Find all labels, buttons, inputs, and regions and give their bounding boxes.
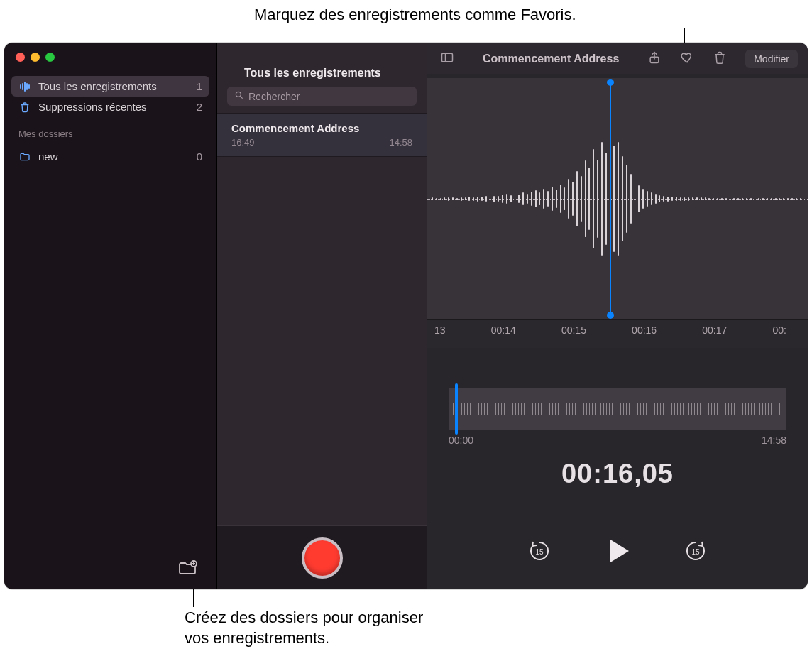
waveform-bar <box>676 197 677 201</box>
waveform-bar <box>527 194 528 204</box>
playhead[interactable] <box>610 82 611 315</box>
waveform-bar <box>498 196 499 202</box>
trash-icon <box>713 50 727 67</box>
ruler-tick: 00:14 <box>491 324 516 348</box>
waveform-bar <box>481 197 483 201</box>
overview-start-time: 00:00 <box>449 435 473 446</box>
waveform-bar <box>588 168 590 230</box>
waveform-bar <box>684 197 686 201</box>
waveform-bar <box>515 193 516 204</box>
ruler-tick: 00:15 <box>561 324 586 348</box>
waveform-view[interactable] <box>427 78 808 319</box>
waveform-bar <box>560 185 561 213</box>
search-placeholder: Rechercher <box>248 91 300 102</box>
recording-time: 16:49 <box>231 137 255 148</box>
waveform-bar <box>568 179 569 219</box>
recording-title: Commencement Address <box>231 122 412 134</box>
record-button[interactable] <box>302 537 343 579</box>
waveform-bar <box>510 195 512 202</box>
waveform-bar <box>771 198 772 200</box>
sidebar-item-label: new <box>38 151 58 163</box>
ruler-tick: 00:16 <box>632 324 657 348</box>
search-input[interactable]: Rechercher <box>227 87 417 106</box>
overview-waveform <box>453 403 782 415</box>
waveform-bar <box>713 198 714 200</box>
waveform-bar <box>461 197 462 201</box>
waveform-bar <box>767 198 768 200</box>
waveform-bar <box>597 160 598 238</box>
annotation-top: Marquez des enregistrements comme Favori… <box>254 6 576 24</box>
fullscreen-window-button[interactable] <box>45 53 55 62</box>
heart-icon <box>680 50 694 67</box>
detail-toolbar: Commencement Address Modif <box>427 43 808 74</box>
waveform-bar <box>671 197 673 201</box>
waveform-bar <box>783 198 784 200</box>
waveform-bar <box>651 192 652 205</box>
skip-back-15-button[interactable]: 15 <box>527 538 552 567</box>
waveform-bar <box>758 198 759 200</box>
waveform-bar <box>746 198 747 200</box>
sidebar-item-all-recordings[interactable]: Tous les enregistrements 1 <box>11 76 209 97</box>
waveform-bar <box>705 197 706 200</box>
play-button[interactable] <box>602 535 633 569</box>
waveform-bar <box>688 197 689 201</box>
waveform-bar <box>787 198 789 200</box>
overview-scrubber[interactable] <box>449 388 786 430</box>
waveform-bar <box>473 197 474 201</box>
waveform-bar <box>506 194 508 204</box>
sidebar-item-label: Suppressions récentes <box>38 101 147 113</box>
waveform-bar <box>613 146 615 252</box>
toggle-sidebar-button[interactable] <box>440 50 454 67</box>
sidebar-item-folder-new[interactable]: new 0 <box>11 146 209 167</box>
waveform-icon <box>18 82 31 92</box>
waveform-ruler: 13 00:14 00:15 00:16 00:17 00: <box>427 319 808 348</box>
annotation-bottom-line1: Créez des dossiers pour organiser <box>185 608 423 628</box>
waveform-bar <box>601 142 603 256</box>
waveform-bar <box>647 191 648 207</box>
waveform-bar <box>667 197 669 202</box>
record-panel <box>217 525 427 589</box>
ruler-tick: 00:17 <box>702 324 727 348</box>
waveform-bar <box>762 198 764 200</box>
recording-list-item[interactable]: Commencement Address 16:49 14:58 <box>217 113 427 157</box>
toolbar-title: Commencement Address <box>464 53 637 65</box>
waveform-bar <box>436 198 437 200</box>
waveform-bar <box>468 197 470 201</box>
share-icon <box>647 50 662 67</box>
share-button[interactable] <box>647 50 662 67</box>
waveform-bar <box>680 197 681 201</box>
waveform-bar <box>581 176 582 222</box>
overview-playhead[interactable] <box>455 383 458 435</box>
delete-button[interactable] <box>713 50 727 67</box>
minimize-window-button[interactable] <box>31 53 40 62</box>
new-folder-icon <box>178 567 198 579</box>
waveform-bar <box>779 198 781 200</box>
waveform-bar <box>708 198 710 200</box>
edit-button[interactable]: Modifier <box>745 50 798 68</box>
waveform-bar <box>655 194 657 204</box>
svg-rect-2 <box>442 53 453 62</box>
close-window-button[interactable] <box>16 53 25 62</box>
ruler-tick: 00: <box>772 324 786 348</box>
waveform-bar <box>490 197 491 202</box>
favorite-button[interactable] <box>680 50 694 67</box>
waveform-bar <box>622 156 623 241</box>
window-controls <box>4 43 216 72</box>
waveform-bar <box>638 185 640 212</box>
new-folder-button[interactable] <box>178 559 198 579</box>
waveform-bar <box>742 198 743 200</box>
waveform-bar <box>477 197 478 202</box>
sidebar-item-count: 0 <box>197 151 202 163</box>
sidebar-item-recently-deleted[interactable]: Suppressions récentes 2 <box>11 97 209 117</box>
waveform-bar <box>725 198 727 200</box>
waveform-bar <box>543 189 544 209</box>
waveform-bar <box>585 160 586 237</box>
waveform-bar <box>485 196 487 202</box>
waveform-bar <box>493 196 495 202</box>
waveform-bar <box>444 197 445 200</box>
skip-forward-15-button[interactable]: 15 <box>683 538 708 567</box>
toolbar-actions: Modifier <box>647 50 798 68</box>
current-time-display: 00:16,05 <box>427 459 808 489</box>
waveform-bar <box>452 197 454 200</box>
recording-detail: Commencement Address Modif <box>427 43 808 589</box>
